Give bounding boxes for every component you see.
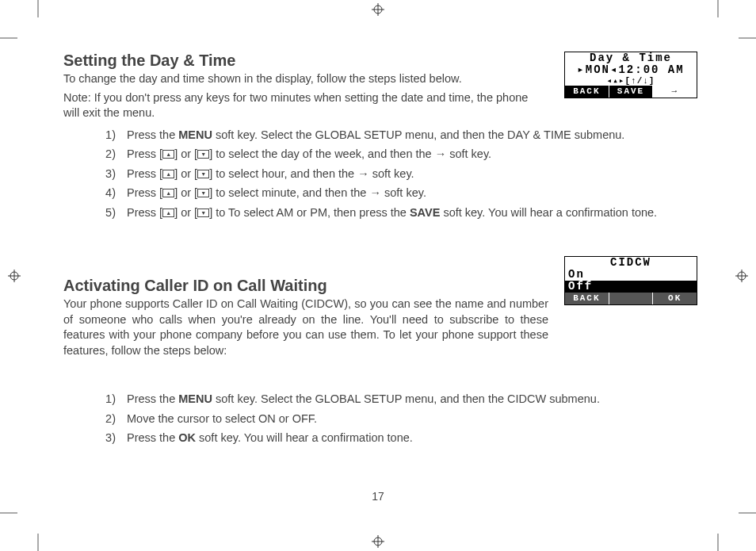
down-arrow-key-icon	[197, 209, 209, 217]
lcd2-title: CIDCW	[565, 257, 697, 269]
lcd1-title: Day & Time	[565, 52, 697, 64]
down-arrow-key-icon	[197, 150, 209, 159]
cidcw-step-2: 2) Move the cursor to select ON or OFF.	[108, 410, 697, 427]
registration-mark-right	[735, 270, 748, 282]
lcd2-option-on: On	[565, 269, 697, 281]
lcd-cidcw: CIDCW On Off BACK OK	[564, 256, 697, 305]
up-arrow-key-icon	[162, 170, 174, 178]
registration-mark-left	[8, 270, 21, 282]
step-1: 1) Press the MENU soft key. Select the G…	[108, 126, 697, 143]
lcd1-save-button: SAVE	[609, 86, 654, 98]
lcd2-blank-button	[609, 293, 654, 304]
lcd2-ok-button: OK	[653, 293, 697, 304]
down-arrow-key-icon	[197, 189, 209, 197]
lcd1-value: ▸MON◂12:00 AM	[565, 64, 697, 76]
intro-day-time-2: Note: If you don't press any keys for tw…	[63, 90, 547, 121]
registration-mark-bottom	[372, 535, 384, 548]
up-arrow-key-icon	[162, 189, 174, 197]
lcd1-back-button: BACK	[565, 86, 609, 98]
steps-day-time: 1) Press the MENU soft key. Select the G…	[63, 126, 697, 221]
step-2: 2) Press [] or [] to select the day of t…	[108, 145, 697, 163]
intro-day-time-1: To change the day and time shown in the …	[63, 71, 547, 87]
lcd2-back-button: BACK	[565, 293, 609, 304]
up-arrow-key-icon	[162, 150, 174, 159]
page-content: Day & Time ▸MON◂12:00 AM ◂▴▸[↑/↓] BACK S…	[63, 52, 697, 449]
registration-mark-top	[372, 3, 384, 16]
lcd2-option-off: Off	[565, 281, 697, 293]
lcd1-next-button: →	[653, 86, 697, 98]
lcd-day-time: Day & Time ▸MON◂12:00 AM ◂▴▸[↑/↓] BACK S…	[564, 52, 697, 98]
up-arrow-key-icon	[162, 209, 174, 217]
lcd1-hint: ◂▴▸[↑/↓]	[565, 76, 697, 86]
step-3: 3) Press [] or [] to select hour, and th…	[108, 165, 697, 182]
cidcw-step-3: 3) Press the OK soft key. You will hear …	[108, 429, 697, 446]
step-5: 5) Press [] or [] to To select AM or PM,…	[108, 204, 697, 221]
steps-cidcw: 1) Press the MENU soft key. Select the G…	[63, 390, 697, 446]
intro-cidcw: Your phone supports Caller ID on Call Wa…	[63, 297, 548, 358]
page-number: 17	[0, 490, 756, 503]
cidcw-step-1: 1) Press the MENU soft key. Select the G…	[108, 390, 697, 408]
down-arrow-key-icon	[197, 170, 209, 178]
step-4: 4) Press [] or [] to select minute, and …	[108, 184, 697, 201]
